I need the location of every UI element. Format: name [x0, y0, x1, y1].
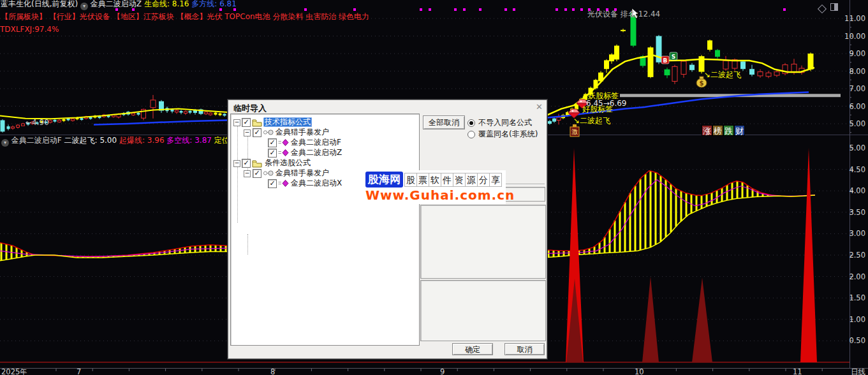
tree-checkbox[interactable]: ✓ [268, 179, 277, 188]
price-axis-label: 7.00 [849, 84, 865, 93]
price-axis-label: 10.00 [844, 32, 865, 41]
sub-indicator-values: 二波起飞: 5.00 起爆线: 3.96 多空线: 3.87 定位线 [64, 136, 237, 145]
badge-cell[interactable]: 涨 [702, 125, 712, 136]
chart-annotation: 好股标签 [582, 105, 613, 114]
time-axis-month: 8 [270, 367, 275, 375]
indicator-axis-label: 1.50 [849, 293, 865, 302]
close-icon[interactable]: ✕ [536, 102, 543, 112]
cancel-all-button[interactable]: 全部取消 [423, 115, 465, 129]
stock-title: 蓝丰生化(日线,前复权) [1, 0, 78, 8]
radio-unselected-icon[interactable] [467, 131, 475, 138]
tree-expand-icon[interactable]: − [233, 160, 240, 167]
indicator-axis-label: 2.00 [849, 272, 865, 281]
time-axis-year: 2025年 [1, 367, 27, 375]
tree-checkbox[interactable]: ✓ [268, 138, 277, 147]
cancel-button[interactable]: 取消 [504, 343, 545, 355]
indicator-axis-label: 4.50 [849, 165, 865, 174]
tree-checkbox[interactable]: ✓ [268, 149, 277, 158]
diamond-window-icon[interactable] [819, 3, 825, 15]
tree-row-金典二波启动F[interactable]: ✓金典二波启动F [231, 138, 419, 148]
tree-checkbox[interactable]: ✓ [242, 159, 251, 168]
time-axis-month: 10 [635, 367, 644, 375]
badge-cell[interactable]: 财 [734, 125, 745, 136]
dialog-title: 临时导入 [233, 103, 267, 114]
money-bag-icon: $ [700, 80, 704, 87]
life-line-value: 生命线: 8.16 [144, 0, 189, 8]
tree-label[interactable]: 技术指标公式 [263, 117, 312, 127]
sub-indicator-name[interactable]: 金典二波启动F [11, 136, 62, 145]
bull-line-value: 多方线: 6.81 [191, 0, 237, 8]
zhang-bang-die-cai-badge[interactable]: 涨榜跌财 [702, 125, 745, 136]
watermark: 股海网 股票软件资源分享 Www.Guhai.com.cn [364, 170, 506, 204]
tree-label[interactable]: 条件选股公式 [263, 158, 312, 168]
indicator-axis-label: 1.00 [849, 315, 865, 324]
chart-annotation: ↘二波起飞 [704, 71, 741, 79]
tree-connector [247, 234, 248, 254]
indicator-axis-label: 0.50 [849, 336, 865, 345]
formula-icon [278, 180, 289, 189]
collapse-indicator-icon[interactable]: ▾ [80, 3, 88, 10]
tree-row-技术指标公式[interactable]: −✓技术指标公式 [231, 117, 419, 128]
tree-checkbox[interactable]: ✓ [253, 128, 261, 137]
tree-row-条件选股公式[interactable]: −✓条件选股公式 [231, 158, 419, 168]
price-axis-label: 9.00 [849, 49, 865, 58]
tree-label[interactable]: 金典二波启动Z [290, 148, 343, 158]
chart-annotation: ↘二波起飞 [573, 117, 610, 125]
indicator-axis-label: 3.50 [849, 208, 865, 217]
main-indicator-name[interactable]: 金典二波启动Z [91, 0, 142, 8]
radio-no-import-duplicate[interactable]: 不导入同名公式 [467, 117, 532, 128]
group-icon [263, 129, 274, 138]
watermark-slogan: 股票软件资源分享 [405, 173, 502, 187]
tree-checkbox[interactable]: ✓ [242, 118, 251, 127]
sub-indicator-value: 二波起飞: 5.00 [64, 136, 117, 145]
ok-button[interactable]: 确定 [452, 343, 493, 355]
badge-cell[interactable]: 跌 [723, 125, 734, 136]
sector-rank-info: 光伏设备 排名:12.44 [587, 10, 660, 18]
radio-label: 不导入同名公式 [478, 117, 532, 128]
board-info-line[interactable]: 【所属板块】 【行业】光伏设备 【地区】江苏板块 【概念】光伏 TOPCon电池… [1, 13, 369, 21]
radio-label: 覆盖同名(非系统) [478, 129, 538, 140]
temp-import-dialog: 临时导入 ✕ −✓技术指标公式−✓金典猎手暴发户✓金典二波启动F✓金典二波启动Z… [228, 99, 547, 359]
time-axis-month: 11 [793, 367, 802, 375]
price-axis-label: 11.00 [844, 14, 865, 23]
split-pane-icon[interactable] [830, 1, 838, 13]
period-selector[interactable]: 日线 [851, 367, 866, 375]
formula-icon [278, 149, 289, 159]
description-box [420, 205, 546, 279]
trade-flag-icon: S [672, 54, 675, 60]
notes-box [420, 280, 546, 341]
tree-row-金典猎手暴发户[interactable]: −✓金典猎手暴发户 [231, 128, 419, 138]
watermark-url: Www.Guhai.com.cn [365, 188, 506, 203]
tree-row-金典二波启动Z[interactable]: ✓金典二波启动Z [231, 148, 419, 158]
price-axis-label: 5.00 [849, 119, 865, 128]
price-axis-label: 8.00 [849, 67, 865, 76]
formula-tree[interactable]: −✓技术指标公式−✓金典猎手暴发户✓金典二波启动F✓金典二波启动Z−✓条件选股公… [230, 114, 420, 346]
tree-expand-icon[interactable]: − [244, 129, 251, 136]
tree-checkbox[interactable]: ✓ [253, 169, 261, 178]
group-icon [263, 170, 274, 179]
collapse-sub-indicator-icon[interactable]: ▾ [1, 139, 9, 147]
ji-stamp-icon: 激 [571, 128, 578, 135]
time-axis-month: 9 [440, 367, 445, 375]
tree-label[interactable]: 金典二波启动F [290, 138, 342, 147]
badge-cell[interactable]: 榜 [712, 125, 723, 136]
sub-indicator-header: ▾ 金典二波启动F 二波起飞: 5.00 起爆线: 3.96 多空线: 3.87… [1, 136, 237, 147]
tree-expand-icon[interactable]: − [233, 119, 240, 126]
tree-label[interactable]: 金典猎手暴发户 [274, 168, 330, 178]
time-axis-month: 7 [77, 367, 81, 375]
sub-indicator-value: 起爆线: 3.96 [117, 136, 164, 145]
tree-expand-icon[interactable]: − [244, 170, 251, 177]
indicator-axis-label: 5.00 [849, 143, 865, 152]
formula-icon [278, 139, 289, 149]
radio-selected-icon[interactable] [467, 119, 475, 127]
tdx-ratio-line: TDXLFXJ:97.4% [0, 26, 59, 34]
tree-label[interactable]: 金典二波启动X [290, 179, 343, 188]
price-axis-label: 6.00 [849, 102, 865, 111]
radio-overwrite-duplicate[interactable]: 覆盖同名(非系统) [467, 129, 538, 140]
indicator-axis-label: 3.00 [849, 229, 865, 238]
watermark-brand: 股海网 [365, 172, 403, 188]
tree-label[interactable]: 金典猎手暴发户 [274, 128, 330, 137]
chart-header-row: 蓝丰生化(日线,前复权) ▾ 金典二波启动Z 生命线: 8.16 多方线: 6.… [1, 0, 237, 10]
sub-indicator-value: 多空线: 3.87 [165, 136, 212, 145]
chart-annotation: ←4.90 [26, 119, 49, 127]
